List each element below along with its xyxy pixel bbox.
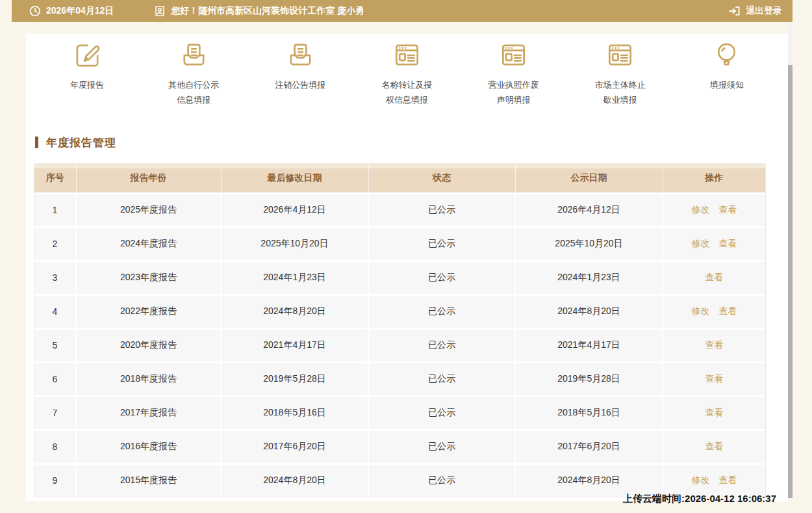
published-date-cell: 2021年4月17日 — [515, 328, 663, 362]
nav-item-label: 名称转让及授权信息填报 — [378, 78, 435, 108]
column-header: 最后修改日期 — [221, 164, 368, 194]
table-row: 92015年度报告2024年8月20日已公示2024年8月20日修改查看 — [34, 464, 765, 497]
published-date-cell: 2026年4月12日 — [515, 193, 663, 227]
actions-cell: 修改查看 — [663, 295, 765, 328]
actions-cell: 查看 — [663, 362, 765, 396]
clock-icon — [29, 5, 41, 17]
user-greeting: 您好！随州市高新区山河装饰设计工作室 庞小勇 — [154, 5, 364, 17]
modified-date-cell: 2024年8月20日 — [221, 464, 368, 497]
report-year-cell: 2017年度报告 — [76, 396, 221, 430]
nav-item-7[interactable]: 填报须知 — [674, 38, 780, 108]
published-date-cell: 2025年10月20日 — [515, 227, 663, 261]
nav-item-label: 营业执照作废声明填报 — [485, 78, 542, 108]
row-number-cell: 1 — [34, 193, 76, 227]
modify-link[interactable]: 修改 — [692, 238, 710, 248]
row-number-cell: 2 — [34, 227, 76, 261]
topbar: 2026年04月12日 您好！随州市高新区山河装饰设计工作室 庞小勇 — [12, 0, 793, 22]
edit-icon — [72, 38, 103, 70]
published-date-cell: 2024年1月23日 — [515, 261, 663, 295]
view-link[interactable]: 查看 — [705, 272, 724, 282]
user-badge-icon — [154, 5, 166, 17]
content-card: 年度报告 其他自行公示信息填报 注销公告填报 名称转让及授权信息填报 营业执照作… — [26, 34, 788, 501]
bulb-icon — [711, 38, 742, 70]
nav-item-label: 注销公告填报 — [275, 78, 325, 93]
modify-link[interactable]: 修改 — [692, 306, 710, 316]
modified-date-cell: 2024年1月23日 — [221, 261, 368, 295]
modified-date-cell: 2019年5月28日 — [221, 362, 368, 396]
row-number-cell: 6 — [34, 362, 76, 396]
modified-date-cell: 2024年8月20日 — [221, 295, 368, 328]
window-icon — [605, 38, 635, 70]
nav-item-2[interactable]: 其他自行公示信息填报 — [140, 38, 247, 108]
nav-item-5[interactable]: 营业执照作废声明填报 — [461, 38, 567, 108]
nav-item-1[interactable]: 年度报告 — [34, 38, 140, 108]
status-cell: 已公示 — [368, 227, 515, 261]
report-year-cell: 2022年度报告 — [76, 295, 221, 328]
column-header: 状态 — [368, 164, 515, 194]
status-cell: 已公示 — [368, 464, 515, 497]
window-icon — [498, 38, 529, 70]
nav-item-3[interactable]: 注销公告填报 — [247, 38, 353, 108]
modified-date-cell: 2021年4月17日 — [221, 328, 368, 362]
actions-cell: 查看 — [663, 261, 765, 295]
nav-item-label: 填报须知 — [710, 78, 744, 93]
current-date: 2026年04月12日 — [46, 5, 114, 17]
column-header: 序号 — [34, 164, 76, 194]
modified-date-cell: 2025年10月20日 — [221, 227, 368, 261]
view-link[interactable]: 查看 — [705, 373, 724, 384]
column-header: 报告年份 — [76, 164, 221, 194]
modify-link[interactable]: 修改 — [692, 204, 710, 215]
row-number-cell: 5 — [34, 328, 76, 362]
nav-item-label: 年度报告 — [70, 78, 104, 93]
report-year-cell: 2015年度报告 — [76, 464, 221, 497]
logout-label: 退出登录 — [746, 5, 782, 17]
section-marker — [35, 137, 38, 148]
modified-date-cell: 2026年4月12日 — [221, 193, 368, 227]
nav-item-label: 市场主体终止歇业填报 — [592, 78, 649, 108]
actions-cell: 修改查看 — [663, 464, 765, 497]
row-number-cell: 8 — [34, 430, 76, 464]
published-date-cell: 2024年8月20日 — [515, 295, 663, 328]
upload-time-note: 上传云端时间:2026-04-12 16:06:37 — [623, 493, 776, 505]
status-cell: 已公示 — [368, 328, 515, 362]
modify-link[interactable]: 修改 — [692, 475, 710, 485]
status-cell: 已公示 — [368, 261, 515, 295]
row-number-cell: 3 — [34, 261, 76, 295]
scrollbar-thumb[interactable] — [788, 65, 793, 498]
report-year-cell: 2025年度报告 — [76, 193, 221, 227]
report-year-cell: 2020年度报告 — [76, 328, 221, 362]
modified-date-cell: 2018年5月16日 — [221, 396, 368, 430]
scrollbar[interactable] — [788, 22, 793, 501]
actions-cell: 修改查看 — [663, 193, 765, 227]
view-link[interactable]: 查看 — [719, 204, 737, 215]
actions-cell: 修改查看 — [663, 227, 765, 261]
greeting-text: 您好！随州市高新区山河装饰设计工作室 庞小勇 — [171, 5, 364, 17]
status-cell: 已公示 — [368, 430, 515, 464]
inbox-doc-icon — [179, 38, 209, 70]
actions-cell: 查看 — [663, 328, 765, 362]
view-link[interactable]: 查看 — [719, 306, 737, 316]
actions-cell: 查看 — [663, 430, 765, 464]
view-link[interactable]: 查看 — [719, 238, 737, 248]
logout-icon — [728, 5, 741, 17]
view-link[interactable]: 查看 — [705, 339, 724, 350]
view-link[interactable]: 查看 — [719, 475, 737, 485]
column-header: 操作 — [663, 164, 765, 194]
row-number-cell: 7 — [34, 396, 76, 430]
view-link[interactable]: 查看 — [705, 407, 724, 417]
published-date-cell: 2024年8月20日 — [515, 464, 663, 497]
window-icon — [392, 38, 422, 70]
status-cell: 已公示 — [368, 396, 515, 430]
status-cell: 已公示 — [368, 295, 515, 328]
table-row: 52020年度报告2021年4月17日已公示2021年4月17日查看 — [34, 328, 765, 362]
logout-button[interactable]: 退出登录 — [728, 5, 782, 17]
inbox-doc-icon — [285, 38, 316, 70]
table-row: 22024年度报告2025年10月20日已公示2025年10月20日修改查看 — [34, 227, 765, 261]
report-year-cell: 2023年度报告 — [76, 261, 221, 295]
view-link[interactable]: 查看 — [705, 441, 724, 451]
table-row: 72017年度报告2018年5月16日已公示2018年5月16日查看 — [34, 396, 765, 430]
report-year-cell: 2018年度报告 — [76, 362, 221, 396]
topbar-left: 2026年04月12日 您好！随州市高新区山河装饰设计工作室 庞小勇 — [29, 5, 364, 17]
nav-item-4[interactable]: 名称转让及授权信息填报 — [353, 38, 460, 108]
nav-item-6[interactable]: 市场主体终止歇业填报 — [567, 38, 674, 108]
